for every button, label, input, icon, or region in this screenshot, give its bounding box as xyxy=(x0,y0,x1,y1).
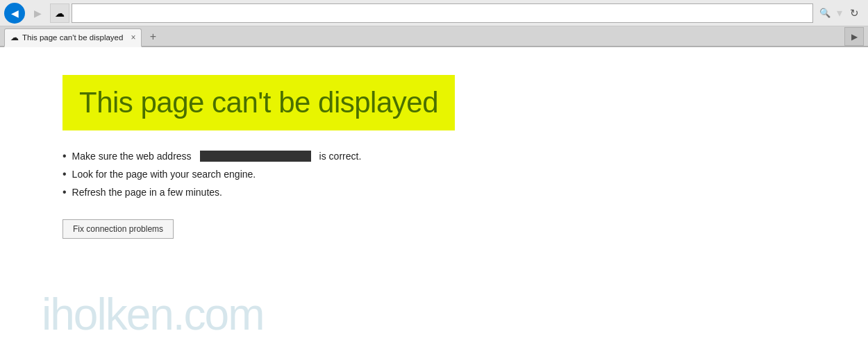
error-heading-text: This page can't be displayed xyxy=(79,86,438,119)
search-icon: 🔍 xyxy=(819,8,831,18)
error-page: This page can't be displayed Make sure t… xyxy=(0,47,868,346)
fix-connection-button[interactable]: Fix connection problems xyxy=(62,219,174,239)
browser-chrome: ◀ ▶ ☁ 🔍 ▾ ↻ ☁ This page can't be display… xyxy=(0,0,868,47)
cloud-icon: ☁ xyxy=(55,8,65,19)
back-button[interactable]: ◀ xyxy=(4,3,25,24)
tab-scroll-button[interactable]: ▶ xyxy=(844,27,864,46)
site-favicon: ☁ xyxy=(50,3,69,23)
refresh-icon: ↻ xyxy=(850,7,859,19)
tab-bar: ☁ This page can't be displayed × + ▶ xyxy=(0,26,868,47)
separator: ▾ xyxy=(837,6,842,19)
tab-favicon: ☁ xyxy=(10,33,19,42)
new-tab-icon: + xyxy=(150,31,156,43)
bullet-1-after: is correct. xyxy=(319,151,362,162)
nav-row: ◀ ▶ ☁ 🔍 ▾ ↻ xyxy=(0,0,868,26)
tab-label: This page can't be displayed xyxy=(22,33,123,42)
bullet-3-text: Refresh the page in a few minutes. xyxy=(72,187,222,198)
suggestion-item-3: Refresh the page in a few minutes. xyxy=(62,186,806,198)
active-tab[interactable]: ☁ This page can't be displayed × xyxy=(4,28,142,47)
forward-icon: ▶ xyxy=(34,8,42,19)
suggestion-item-1: Make sure the web address is correct. xyxy=(62,150,806,162)
bullet-1-before: Make sure the web address xyxy=(72,151,192,162)
error-heading-box: This page can't be displayed xyxy=(62,75,455,130)
tab-close-button[interactable]: × xyxy=(131,33,135,42)
bullet-2-text: Look for the page with your search engin… xyxy=(72,169,256,180)
forward-button[interactable]: ▶ xyxy=(27,3,48,24)
suggestion-item-2: Look for the page with your search engin… xyxy=(62,168,806,180)
error-suggestions: Make sure the web address is correct. Lo… xyxy=(62,150,806,198)
search-button[interactable]: 🔍 xyxy=(815,3,835,23)
scroll-right-icon: ▶ xyxy=(851,32,858,42)
refresh-button[interactable]: ↻ xyxy=(844,3,864,23)
redacted-url xyxy=(200,151,311,162)
watermark: iholken.com xyxy=(42,289,264,340)
back-icon: ◀ xyxy=(11,8,19,19)
address-bar[interactable] xyxy=(72,3,813,23)
new-tab-button[interactable]: + xyxy=(143,27,162,46)
